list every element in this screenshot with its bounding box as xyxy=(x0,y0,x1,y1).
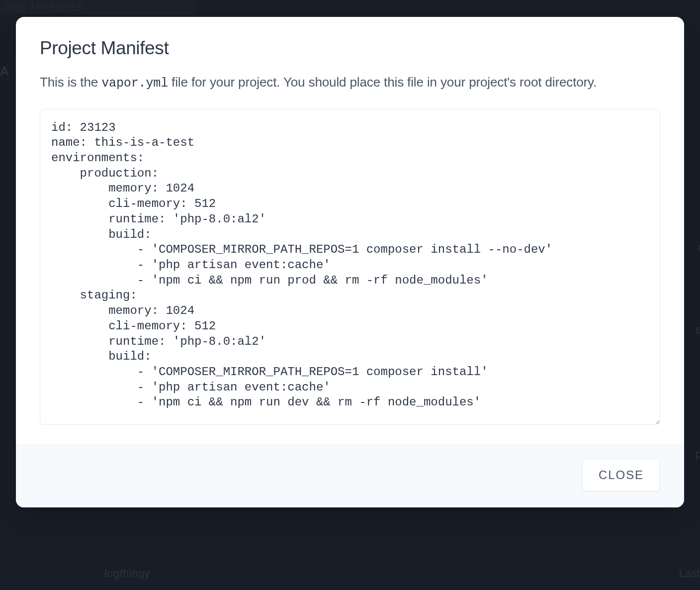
description-prefix: This is the xyxy=(40,75,101,90)
manifest-code-block[interactable]: id: 23123 name: this-is-a-test environme… xyxy=(40,109,660,425)
description-suffix: file for your project. You should place … xyxy=(168,75,597,90)
modal-title: Project Manifest xyxy=(40,38,660,59)
modal-description: This is the vapor.yml file for your proj… xyxy=(40,73,660,93)
modal-body: Project Manifest This is the vapor.yml f… xyxy=(16,17,684,444)
close-button[interactable]: CLOSE xyxy=(582,459,660,492)
modal-footer: CLOSE xyxy=(16,444,684,507)
modal-overlay[interactable]: Project Manifest This is the vapor.yml f… xyxy=(0,0,700,590)
project-manifest-modal: Project Manifest This is the vapor.yml f… xyxy=(16,17,684,507)
description-filename: vapor.yml xyxy=(101,76,168,91)
